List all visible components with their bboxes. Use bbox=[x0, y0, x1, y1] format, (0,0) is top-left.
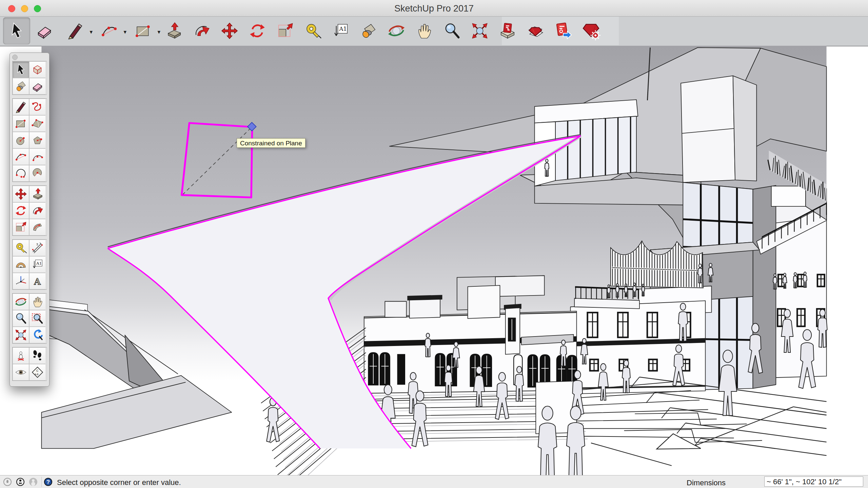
svg-text:A1: A1 bbox=[339, 25, 347, 32]
palette-look-around-button[interactable] bbox=[13, 364, 29, 381]
palette-protractor-button[interactable] bbox=[13, 256, 29, 273]
palette-make-component-button[interactable] bbox=[29, 61, 46, 78]
toolbar-share-model-button[interactable] bbox=[522, 17, 549, 44]
palette-freehand-button[interactable] bbox=[29, 99, 46, 115]
palette-line-button[interactable] bbox=[13, 99, 29, 115]
svg-text:A: A bbox=[34, 277, 41, 287]
geolocation-icon[interactable] bbox=[3, 478, 12, 486]
toolbar-rectangle-button[interactable]: ▾ bbox=[126, 17, 160, 44]
help-icon[interactable]: ? bbox=[44, 478, 52, 486]
palette-arc-button[interactable] bbox=[29, 148, 46, 165]
palette-text-button[interactable]: A1 bbox=[29, 256, 46, 273]
toolbar-rotate-button[interactable] bbox=[244, 17, 271, 44]
toolbar-send-to-layout-button[interactable] bbox=[494, 17, 521, 44]
palette-polygon-button[interactable] bbox=[29, 132, 46, 148]
toolbar-move-button[interactable] bbox=[216, 17, 243, 44]
palette-group bbox=[12, 185, 47, 236]
palette-pie-button[interactable] bbox=[29, 165, 46, 182]
window-title: SketchUp Pro 2017 bbox=[0, 3, 868, 14]
palette-section-plane-button[interactable]: CA-B bbox=[29, 364, 46, 381]
palette-orbit-button[interactable] bbox=[13, 293, 29, 310]
palette-header[interactable] bbox=[10, 53, 49, 61]
palette-dimension-button[interactable]: 3 bbox=[29, 240, 46, 256]
sign-in-icon[interactable] bbox=[29, 478, 37, 486]
palette-group bbox=[12, 98, 47, 182]
toolbar-orbit-button[interactable] bbox=[383, 17, 410, 44]
model-scene[interactable] bbox=[0, 46, 868, 475]
title-bar: SketchUp Pro 2017 bbox=[0, 0, 868, 17]
palette-eraser-button[interactable] bbox=[29, 78, 46, 95]
svg-text:A1: A1 bbox=[36, 261, 42, 266]
palette-rotate-button[interactable] bbox=[13, 202, 29, 219]
dimensions-value-box[interactable]: ~ 66' 1", ~ 102' 10 1/2" bbox=[764, 476, 863, 487]
palette-scale-button[interactable] bbox=[13, 219, 29, 236]
toolbar-zoom-extents-button[interactable] bbox=[466, 17, 493, 44]
palette-position-camera-button[interactable] bbox=[13, 347, 29, 364]
palette-previous-button[interactable] bbox=[29, 327, 46, 343]
toolbar-zoom-button[interactable] bbox=[438, 17, 466, 44]
palette-group: 3A1A bbox=[12, 239, 47, 290]
sketchup-window: SketchUp Pro 2017 ▾▾▾A1 bbox=[0, 0, 868, 488]
toolbar-rectangle-dropdown-arrow[interactable]: ▾ bbox=[157, 28, 160, 36]
palette-tape-measure-button[interactable] bbox=[13, 240, 29, 256]
toolbar-extension-warehouse-button[interactable] bbox=[577, 17, 605, 44]
palette-arc-3pt-button[interactable] bbox=[13, 165, 29, 182]
toolbar-line-dropdown-arrow[interactable]: ▾ bbox=[90, 28, 93, 36]
palette-group bbox=[12, 61, 47, 95]
statusbar-divider bbox=[41, 477, 42, 487]
large-tool-set-palette: 3A1ACA-B bbox=[9, 53, 50, 387]
toolbar-arc-2pt-button[interactable]: ▾ bbox=[93, 17, 126, 44]
toolbar-text-button[interactable]: A1 bbox=[327, 17, 354, 44]
palette-arc-2pt-button[interactable] bbox=[13, 148, 29, 165]
toolbar-paint-bucket-button[interactable] bbox=[355, 17, 382, 44]
palette-push-pull-button[interactable] bbox=[29, 186, 46, 202]
palette-move-button[interactable] bbox=[13, 186, 29, 202]
palette-circle-button[interactable] bbox=[13, 132, 29, 148]
toolbar-eraser-button[interactable] bbox=[31, 17, 58, 44]
status-bar: ? Select opposite corner or enter value.… bbox=[0, 475, 868, 488]
toolbar-line-button[interactable]: ▾ bbox=[59, 17, 92, 44]
model-canvas[interactable]: Constrained on Plane bbox=[0, 46, 868, 475]
palette-follow-me-button[interactable] bbox=[29, 202, 46, 219]
palette-paint-bucket-button[interactable] bbox=[13, 78, 29, 95]
palette-zoom-window-button[interactable] bbox=[29, 310, 46, 327]
toolbar-follow-me-button[interactable] bbox=[188, 17, 215, 44]
toolbar-arc-2pt-dropdown-arrow[interactable]: ▾ bbox=[123, 28, 126, 36]
main-toolbar: ▾▾▾A1 bbox=[0, 17, 868, 46]
palette-select-button[interactable] bbox=[13, 61, 29, 78]
palette-zoom-button[interactable] bbox=[13, 310, 29, 327]
toolbar-push-pull-button[interactable] bbox=[160, 17, 188, 44]
svg-text:3: 3 bbox=[36, 242, 38, 246]
palette-group: CA-B bbox=[12, 347, 47, 381]
palette-rectangle-button[interactable] bbox=[13, 115, 29, 132]
palette-close-button[interactable] bbox=[12, 55, 18, 60]
toolbar-tape-measure-button[interactable] bbox=[299, 17, 327, 44]
palette-rotated-rectangle-button[interactable] bbox=[29, 115, 46, 132]
svg-text:C: C bbox=[36, 369, 38, 372]
status-message: Select opposite corner or enter value. bbox=[57, 478, 181, 487]
inference-tooltip: Constrained on Plane bbox=[237, 138, 305, 148]
toolbar-scale-button[interactable] bbox=[272, 17, 299, 44]
palette-offset-button[interactable] bbox=[29, 219, 46, 236]
palette-group bbox=[12, 293, 47, 344]
toolbar-select-button[interactable] bbox=[3, 17, 30, 44]
credits-icon[interactable] bbox=[16, 478, 24, 486]
svg-text:A-B: A-B bbox=[35, 373, 39, 375]
palette-zoom-extents-button[interactable] bbox=[13, 327, 29, 343]
palette-walk-button[interactable] bbox=[29, 347, 46, 364]
palette-axes-button[interactable] bbox=[13, 273, 29, 289]
palette-pan-button[interactable] bbox=[29, 293, 46, 310]
toolbar-export-layout-button[interactable] bbox=[550, 17, 577, 44]
toolbar-pan-button[interactable] bbox=[411, 17, 438, 44]
dimensions-label: Dimensions bbox=[687, 479, 726, 487]
palette-3d-text-button[interactable]: A bbox=[29, 273, 46, 289]
